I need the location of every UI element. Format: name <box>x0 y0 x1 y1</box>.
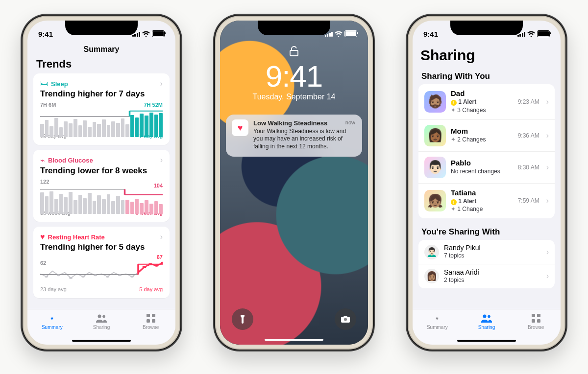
svg-point-28 <box>483 315 487 318</box>
heart-fill-icon: ♥ <box>413 312 462 324</box>
chevron-right-icon: › <box>546 272 549 280</box>
chevron-right-icon: › <box>160 79 163 88</box>
contact-name: Mom <box>451 127 513 136</box>
battery-icon <box>537 30 550 37</box>
svg-rect-23 <box>147 314 150 317</box>
chevron-right-icon: › <box>546 196 549 205</box>
svg-point-17 <box>143 266 147 268</box>
phone-summary: 9:41 Summary Trends 🛏 Sleep › Trending h… <box>21 14 182 351</box>
tab-browse[interactable]: Browse <box>126 312 175 345</box>
avatar: 👧🏽 <box>424 190 446 211</box>
flashlight-icon <box>238 314 247 325</box>
tab-sharing[interactable]: Sharing <box>77 312 126 345</box>
share-row-pablo[interactable]: 👨🏻 Pablo No recent changes 8:30 AM › <box>418 152 555 184</box>
heart-fill-icon: ♥ <box>27 312 77 324</box>
tab-label: Summary <box>27 325 77 330</box>
health-app-icon: ♥ <box>232 119 248 136</box>
page-title: Sharing <box>420 47 475 64</box>
notification-card[interactable]: ♥ Low Walking Steadiness Your Walking St… <box>226 115 362 157</box>
contact-name: Tatiana <box>451 188 513 197</box>
trend-card-sleep[interactable]: 🛏 Sleep › Trending higher for 7 days 7H … <box>33 73 170 145</box>
avatar: 👩🏾 <box>424 125 446 146</box>
tab-label: Sharing <box>462 325 512 330</box>
trend-title: Trending lower for 8 weeks <box>40 166 163 176</box>
contact-name: Dad <box>451 89 513 98</box>
avatar: 👨🏻 <box>424 157 446 178</box>
contact-name: Pablo <box>451 159 513 167</box>
svg-point-9 <box>45 276 48 278</box>
svg-point-12 <box>81 276 85 278</box>
time-label: 7:59 AM <box>518 197 539 204</box>
device-notch <box>450 21 523 35</box>
sharing-with-row[interactable]: 👩🏽 Sanaa Aridi 2 topics › <box>418 264 555 288</box>
share-row-tatiana[interactable]: 👧🏽 Tatiana ! 1 Alert ✦ 1 Change 7:59 AM … <box>418 184 555 219</box>
no-changes-text: No recent changes <box>451 167 513 176</box>
share-row-mom[interactable]: 👩🏾 Mom ✦ 2 Changes 9:36 AM › <box>418 120 555 152</box>
chevron-right-icon: › <box>546 97 549 106</box>
contact-name: Sanaa Aridi <box>444 268 541 276</box>
svg-rect-24 <box>152 314 155 317</box>
phone-lockscreen: 9:41 Tuesday, September 14 ♥ Low Walking… <box>213 14 375 351</box>
camera-button[interactable] <box>335 308 356 330</box>
svg-point-13 <box>94 274 97 276</box>
svg-point-19 <box>155 264 159 266</box>
unlock-icon <box>220 46 368 59</box>
trend-title: Trending higher for 5 days <box>40 242 163 252</box>
category-label: Sleep <box>51 80 68 88</box>
svg-point-27 <box>344 318 347 321</box>
tab-bar: ♥ Summary Sharing Browse <box>27 309 175 345</box>
svg-point-15 <box>118 274 122 276</box>
changes-text: 3 Changes <box>457 107 486 114</box>
chevron-right-icon: › <box>546 131 549 140</box>
category-label: Resting Heart Rate <box>48 234 105 241</box>
caption-left: 23 day avg <box>40 286 67 292</box>
people-icon <box>462 312 512 324</box>
alert-text: 1 Alert <box>458 98 476 105</box>
tab-summary[interactable]: ♥ Summary <box>413 312 462 345</box>
tab-bar: ♥ Summary Sharing Browse <box>413 309 561 345</box>
phone-sharing: 9:41 Sharing Sharing With You 🧔🏽 Dad ! 1… <box>406 14 567 351</box>
trend-card-heart[interactable]: ♥ Resting Heart Rate › Trending higher f… <box>33 227 170 298</box>
time-label: 9:23 AM <box>518 98 539 105</box>
tab-label: Browse <box>511 325 561 330</box>
svg-rect-30 <box>532 314 535 317</box>
grid-icon <box>126 312 175 324</box>
wifi-icon <box>527 31 535 37</box>
caption-right: 5 day avg <box>139 286 163 292</box>
section-title: You're Sharing With <box>418 225 555 240</box>
camera-icon <box>341 315 350 323</box>
svg-rect-25 <box>147 319 150 323</box>
sparkle-icon: ✦ <box>451 206 456 212</box>
device-notch <box>65 21 138 35</box>
section-title: Sharing With You <box>418 70 555 84</box>
svg-point-11 <box>69 277 73 279</box>
svg-point-16 <box>130 276 134 278</box>
tab-sharing[interactable]: Sharing <box>462 312 512 345</box>
flashlight-button[interactable] <box>232 308 253 330</box>
heart-icon: ♥ <box>40 233 45 241</box>
sparkle-icon: ✦ <box>451 136 456 143</box>
chevron-right-icon: › <box>546 248 549 257</box>
people-icon <box>77 312 126 324</box>
topics-text: 7 topics <box>444 252 541 260</box>
chevron-right-icon: › <box>546 163 549 172</box>
share-row-dad[interactable]: 🧔🏽 Dad ! 1 Alert ✦ 3 Changes 9:23 AM › <box>418 84 555 120</box>
changes-text: 1 Change <box>457 206 483 212</box>
device-notch <box>258 21 330 35</box>
topics-text: 2 topics <box>444 276 541 284</box>
tab-browse[interactable]: Browse <box>511 312 561 345</box>
heart-chart: 62 67 <box>40 256 163 283</box>
tab-label: Summary <box>413 325 462 330</box>
alert-badge-icon: ! <box>451 100 457 106</box>
contact-name: Randy Pikul <box>444 244 541 252</box>
sharing-with-row[interactable]: 👨🏻‍🦱 Randy Pikul 7 topics › <box>418 240 555 264</box>
alert-badge-icon: ! <box>451 199 457 205</box>
home-indicator[interactable] <box>265 339 323 341</box>
notification-body: Your Walking Steadiness is low and you m… <box>253 128 356 151</box>
trend-card-glucose[interactable]: ⌁ Blood Glucose › Trending lower for 8 w… <box>33 150 170 222</box>
changes-text: 2 Changes <box>457 136 486 143</box>
section-title-trends: Trends <box>33 56 170 73</box>
tab-summary[interactable]: ♥ Summary <box>27 312 77 345</box>
svg-point-21 <box>98 315 101 318</box>
svg-rect-31 <box>537 314 540 317</box>
